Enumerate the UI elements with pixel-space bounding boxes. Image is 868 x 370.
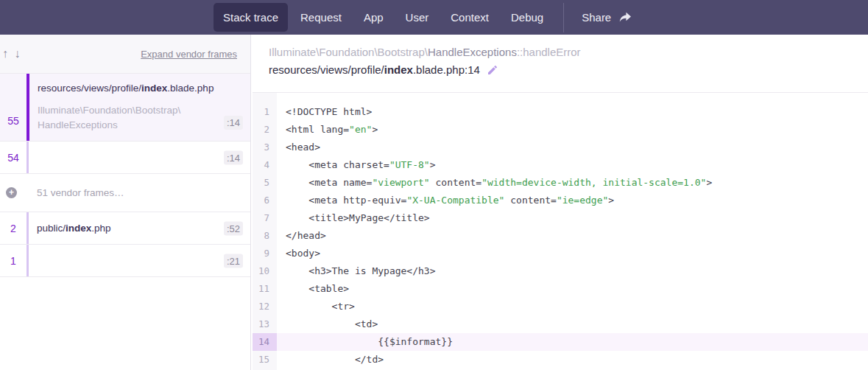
exception-method: ::handleError xyxy=(517,46,581,58)
tab-debug[interactable]: Debug xyxy=(501,3,553,32)
line-number: 11 xyxy=(253,280,277,298)
vendor-frames-label: 51 vendor frames… xyxy=(37,187,124,198)
share-button[interactable]: Share xyxy=(573,3,641,32)
code-text: </td> xyxy=(277,351,384,369)
exception-namespace: Illuminate\Foundation\Bootstrap\ xyxy=(269,46,428,58)
code-text: </head> xyxy=(277,227,326,245)
frame-class-name: Illuminate\Foundation\Bootstrap\ xyxy=(38,103,218,118)
line-number: 1 xyxy=(253,103,277,121)
code-line: 3<head> xyxy=(253,139,868,156)
frame-content: public/index.php xyxy=(29,212,250,244)
frame-content xyxy=(29,142,250,173)
line-number: 13 xyxy=(253,315,277,333)
code-line: 12 <tr> xyxy=(253,298,868,315)
code-line: 8</head> xyxy=(253,227,868,245)
line-number-badge: :52 xyxy=(224,221,243,235)
tab-stack-trace[interactable]: Stack trace xyxy=(214,3,288,32)
line-number: 3 xyxy=(253,139,277,156)
nav-divider xyxy=(563,3,564,32)
stack-frame-55[interactable]: 55resources/views/profile/index.blade.ph… xyxy=(0,74,250,142)
frame-detail-header: Illuminate\Foundation\Bootstrap\HandleEx… xyxy=(251,35,868,92)
line-number: 7 xyxy=(253,209,277,227)
frame-content: resources/views/profile/index.blade.phpI… xyxy=(29,74,250,141)
previous-frame-button[interactable]: ↑ xyxy=(1,47,10,60)
code-line: 10 <h3>The is Mypage</h3> xyxy=(253,262,868,280)
line-number-badge: :21 xyxy=(224,254,243,268)
exception-class: HandleExceptions xyxy=(428,46,517,58)
frame-number: 55 xyxy=(0,74,27,141)
frame-number: 1 xyxy=(0,245,27,276)
line-number: 10 xyxy=(253,262,277,280)
code-line: 11 <table> xyxy=(253,280,868,298)
code-text: <!DOCTYPE html> xyxy=(277,103,372,121)
frame-class-name: HandleExceptions xyxy=(38,118,218,133)
line-number: 12 xyxy=(253,298,277,315)
line-number: 14 xyxy=(253,333,277,351)
line-number: 9 xyxy=(253,245,277,262)
code-line-highlighted: 14 {{$informat}} xyxy=(253,333,868,351)
frame-content xyxy=(29,245,250,276)
line-number-badge: :14 xyxy=(224,116,243,130)
share-label: Share xyxy=(582,11,611,24)
code-lines: 1<!DOCTYPE html>2<html lang="en">3<head>… xyxy=(253,93,868,369)
code-line: 7 <title>MyPage</title> xyxy=(253,209,868,227)
tab-user[interactable]: User xyxy=(396,3,439,32)
code-line: 9<body> xyxy=(253,245,868,262)
frame-file-name: resources/views/profile/index.blade.php xyxy=(38,83,218,94)
line-number: 6 xyxy=(253,192,277,209)
line-number: 2 xyxy=(253,121,277,139)
frame-number: 2 xyxy=(0,212,27,244)
expand-plus-icon: + xyxy=(6,187,17,198)
code-text: <table> xyxy=(277,280,349,298)
content-area: ↑ ↓ Expand vendor frames 55resources/vie… xyxy=(0,35,868,370)
code-line: 1<!DOCTYPE html> xyxy=(253,103,868,121)
current-file-path: resources/views/profile/index.blade.php:… xyxy=(269,63,850,76)
expand-vendor-frames-link[interactable]: Expand vendor frames xyxy=(141,49,237,60)
code-line: 5 <meta name="viewport" content="width=d… xyxy=(253,174,868,192)
nav-tabs: Stack traceRequestAppUserContextDebug xyxy=(212,0,554,35)
line-number-badge: :14 xyxy=(224,150,243,164)
code-viewer: 1<!DOCTYPE html>2<html lang="en">3<head>… xyxy=(253,92,868,370)
code-line: 13 <td> xyxy=(253,315,868,333)
ignition-error-page: Stack traceRequestAppUserContextDebug Sh… xyxy=(0,0,868,370)
code-text: <td> xyxy=(277,315,378,333)
stack-frame-1[interactable]: 1:21 xyxy=(0,245,250,277)
code-text: {{$informat}} xyxy=(277,333,453,351)
stack-frame-54[interactable]: 54:14 xyxy=(0,142,250,174)
code-text: <body> xyxy=(277,245,320,262)
exception-handler-path: Illuminate\Foundation\Bootstrap\HandleEx… xyxy=(269,46,850,58)
frame-detail-panel: Illuminate\Foundation\Bootstrap\HandleEx… xyxy=(251,35,868,370)
code-text: <meta http-equiv="X-UA-Compatible" conte… xyxy=(277,192,614,209)
tab-context[interactable]: Context xyxy=(441,3,498,32)
code-text: <tr> xyxy=(277,298,355,315)
edit-in-editor-icon[interactable] xyxy=(487,64,498,76)
stack-frame-2[interactable]: 2public/index.php:52 xyxy=(0,212,250,245)
frame-number: 54 xyxy=(0,142,27,173)
line-number: 4 xyxy=(253,156,277,174)
code-text: <h3>The is Mypage</h3> xyxy=(277,262,436,280)
frame-nav-arrows: ↑ ↓ xyxy=(1,47,21,60)
code-text: <meta charset="UTF-8"> xyxy=(277,156,436,174)
line-number: 8 xyxy=(253,227,277,245)
code-line: 6 <meta http-equiv="X-UA-Compatible" con… xyxy=(253,192,868,209)
code-line: 15 </td> xyxy=(253,351,868,369)
code-text: <meta name="viewport" content="width=dev… xyxy=(277,174,712,192)
code-text: <head> xyxy=(277,139,320,156)
stack-trace-sidebar: ↑ ↓ Expand vendor frames 55resources/vie… xyxy=(0,35,251,370)
frame-file-name: public/index.php xyxy=(37,223,218,234)
line-number: 15 xyxy=(253,351,277,369)
code-text: <title>MyPage</title> xyxy=(277,209,430,227)
share-icon xyxy=(618,12,632,24)
collapsed-vendor-frames-row[interactable]: +51 vendor frames… xyxy=(0,174,250,212)
stack-frames-list: 55resources/views/profile/index.blade.ph… xyxy=(0,74,250,277)
code-line: 4 <meta charset="UTF-8"> xyxy=(253,156,868,174)
line-number: 5 xyxy=(253,174,277,192)
tab-app[interactable]: App xyxy=(354,3,393,32)
code-text: <html lang="en"> xyxy=(277,121,378,139)
tab-request[interactable]: Request xyxy=(291,3,351,32)
top-navigation: Stack traceRequestAppUserContextDebug Sh… xyxy=(0,0,868,35)
file-path-text: resources/views/profile/index.blade.php:… xyxy=(269,63,480,76)
next-frame-button[interactable]: ↓ xyxy=(13,47,21,60)
code-line: 2<html lang="en"> xyxy=(253,121,868,139)
sidebar-header: ↑ ↓ Expand vendor frames xyxy=(0,35,250,74)
